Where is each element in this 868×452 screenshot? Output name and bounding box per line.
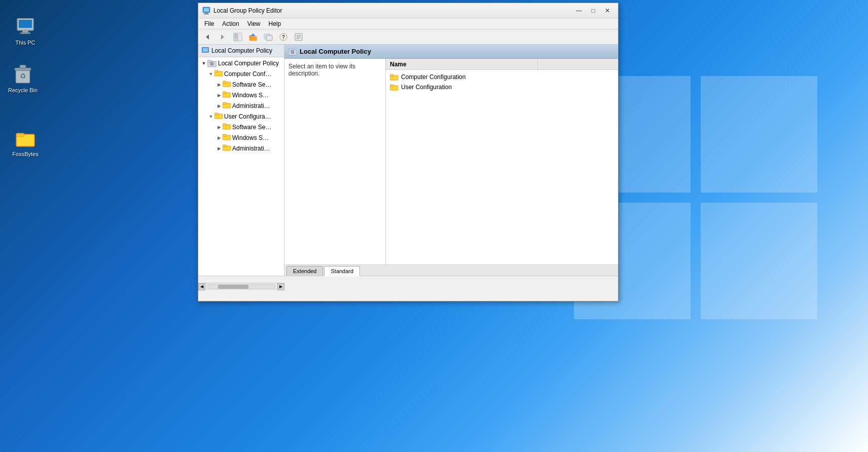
svg-rect-40 <box>207 60 211 62</box>
svg-marker-28 <box>250 33 256 36</box>
tree-label-win-uc: Windows Settings <box>232 134 272 141</box>
cc-expand-icon[interactable]: ▼ <box>207 70 214 78</box>
detail-description-text: Select an item to view its description. <box>288 63 355 77</box>
extended-tab-label: Extended <box>293 268 316 274</box>
expand-icon[interactable]: ▼ <box>200 60 207 67</box>
back-button[interactable] <box>200 31 214 43</box>
tree-item-sw-settings-uc[interactable]: ▶ Software Settings <box>198 122 284 132</box>
menu-file[interactable]: File <box>200 19 218 28</box>
properties-button[interactable] <box>292 31 306 43</box>
svg-rect-6 <box>22 30 28 32</box>
minimize-button[interactable]: — <box>572 5 586 16</box>
svg-rect-30 <box>266 35 272 41</box>
tree-item-user-config[interactable]: ▼ User Configuration <box>198 111 284 122</box>
row-label-cc: Computer Configuration <box>401 73 465 81</box>
svg-rect-10 <box>20 65 26 68</box>
computer-icon-img <box>15 17 35 37</box>
tree-item-win-settings-cc[interactable]: ▶ Windows Settings <box>198 90 284 100</box>
svg-rect-17 <box>205 13 208 14</box>
uc-expand-icon[interactable]: ▼ <box>207 113 214 120</box>
detail-row-computer-config[interactable]: Computer Configuration <box>386 72 618 82</box>
cc-folder-icon <box>214 69 223 78</box>
row-folder-icon-cc <box>390 73 398 81</box>
tree-label-sw-uc: Software Settings <box>232 124 272 131</box>
uc-folder-icon <box>214 112 223 121</box>
col-name-label: Name <box>390 61 407 68</box>
tree-item-sw-settings-cc[interactable]: ▶ Software Settings <box>198 79 284 90</box>
tab-standard[interactable]: Standard <box>324 266 360 276</box>
fossbytes-icon[interactable]: FossBytes <box>5 127 46 159</box>
tree-item-admin-uc[interactable]: ▶ Administrative Te... <box>198 143 284 154</box>
tree-label-cc: Computer Configuration <box>224 70 272 78</box>
gpe-window: Local Group Policy Editor — □ ✕ File Act… <box>198 3 619 302</box>
tree-item-local-policy[interactable]: ▼ Local Computer Policy <box>198 58 284 68</box>
detail-header-icon <box>288 48 297 56</box>
svg-rect-54 <box>223 124 226 126</box>
svg-rect-38 <box>203 48 208 52</box>
recycle-bin-label: Recycle Bin <box>8 87 38 93</box>
tree-header: Local Computer Policy <box>198 45 284 57</box>
svg-rect-13 <box>16 133 24 136</box>
svg-marker-20 <box>221 34 224 40</box>
recycle-bin-icon-img: ♻ <box>13 65 33 85</box>
tree-label-admin-cc: Administrative Te... <box>232 102 272 109</box>
detail-header-title: Local Computer Policy <box>300 48 371 55</box>
menu-view[interactable]: View <box>243 19 265 28</box>
admin-uc-expand[interactable]: ▶ <box>215 145 223 152</box>
svg-rect-64 <box>390 74 393 77</box>
this-pc-icon[interactable]: This PC <box>5 15 46 48</box>
tree-label-admin-uc: Administrative Te... <box>232 145 272 152</box>
new-window-button[interactable] <box>261 31 275 43</box>
tab-extended[interactable]: Extended <box>286 266 323 276</box>
tree-label-sw-cc: Software Settings <box>232 81 272 88</box>
tree-header-label: Local Computer Policy <box>211 47 272 54</box>
win-cc-expand[interactable]: ▶ <box>215 92 223 99</box>
detail-rows: Computer Configuration User Configuratio… <box>386 70 618 94</box>
tree-items: ▼ Local Computer Policy ▼ <box>198 57 284 155</box>
tree-header-icon <box>201 47 209 55</box>
show-console-tree-button[interactable] <box>231 31 245 43</box>
svg-text:♻: ♻ <box>20 72 26 80</box>
svg-rect-44 <box>214 70 218 72</box>
window-controls: — □ ✕ <box>572 5 614 16</box>
svg-rect-21 <box>234 33 237 41</box>
win-uc-folder-icon <box>223 133 231 142</box>
forward-button[interactable] <box>215 31 230 43</box>
fossbytes-label: FossBytes <box>12 151 38 157</box>
recycle-bin-icon[interactable]: ♻ Recycle Bin <box>3 63 43 95</box>
tree-label-win-cc: Windows Settings <box>232 92 272 99</box>
up-one-level-button[interactable] <box>246 31 260 43</box>
svg-rect-46 <box>223 81 226 83</box>
menu-help[interactable]: Help <box>265 19 285 28</box>
tree-item-admin-cc[interactable]: ▶ Administrative Te... <box>198 100 284 111</box>
svg-text:?: ? <box>282 34 285 40</box>
detail-row-user-config[interactable]: User Configuration <box>386 82 618 92</box>
this-pc-label: This PC <box>15 40 35 46</box>
menu-bar: File Action View Help <box>198 18 618 29</box>
desktop: This PC ♻ Recycle Bin FossBytes <box>0 0 868 452</box>
row-label-uc: User Configuration <box>401 84 452 91</box>
row-folder-icon-uc <box>390 84 398 91</box>
svg-rect-18 <box>204 14 209 15</box>
sw-uc-expand[interactable]: ▶ <box>215 124 223 131</box>
detail-list: Name Computer Configuration <box>386 59 618 265</box>
detail-content: Select an item to view its description. … <box>284 59 618 265</box>
col-name-header[interactable]: Name <box>386 59 538 69</box>
menu-action[interactable]: Action <box>218 19 243 28</box>
svg-rect-1 <box>701 76 817 193</box>
detail-header: Local Computer Policy <box>284 45 618 59</box>
sw-cc-expand[interactable]: ▶ <box>215 81 223 88</box>
close-button[interactable]: ✕ <box>601 5 614 16</box>
tree-item-win-settings-uc[interactable]: ▶ Windows Settings <box>198 132 284 143</box>
help-button[interactable]: ? <box>276 31 291 43</box>
title-bar-icon <box>202 7 210 15</box>
main-area: Local Computer Policy ▼ Local Computer <box>198 45 618 276</box>
bottom-tabs: Extended Standard <box>284 265 618 276</box>
win-uc-expand[interactable]: ▶ <box>215 134 223 141</box>
svg-rect-7 <box>20 32 30 34</box>
svg-rect-50 <box>223 102 226 104</box>
policy-folder-icon <box>207 59 216 67</box>
tree-item-computer-config[interactable]: ▼ Computer Configuration <box>198 68 284 79</box>
maximize-button[interactable]: □ <box>587 5 600 16</box>
admin-cc-expand[interactable]: ▶ <box>215 102 223 109</box>
